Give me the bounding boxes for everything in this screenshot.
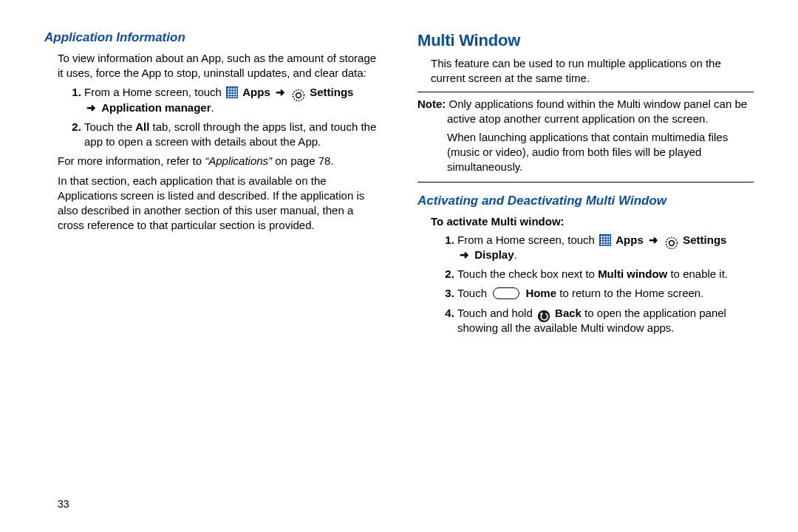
app-info-intro: To view information about an App, such a… xyxy=(44,51,381,81)
app-info-ref: For more information, refer to “Applicat… xyxy=(44,154,381,168)
arrow-icon: ➜ xyxy=(649,233,658,246)
multi-window-heading: Multi Window xyxy=(417,30,754,52)
svg-point-2 xyxy=(666,237,678,248)
home-button-icon xyxy=(493,287,519,299)
multi-window-intro: This feature can be used to run multiple… xyxy=(417,56,754,86)
activate-step-3: Touch Home to return to the Home screen. xyxy=(457,286,754,301)
left-column: Application Information To view informat… xyxy=(44,30,381,340)
arrow-icon: ➜ xyxy=(276,86,285,98)
svg-point-0 xyxy=(293,90,304,101)
settings-icon xyxy=(292,89,305,102)
back-icon xyxy=(537,310,550,323)
arrow-icon: ➜ xyxy=(86,101,96,114)
page-number: 33 xyxy=(58,497,69,511)
activate-steps: From a Home screen, touch Apps ➜ Setting… xyxy=(417,233,754,336)
svg-point-1 xyxy=(296,93,301,98)
app-info-para2: In that section, each application that i… xyxy=(44,174,381,233)
activate-subhead: To activate Multi window: xyxy=(431,214,754,229)
apps-icon xyxy=(226,86,238,98)
activate-step-4: Touch and hold Back to open the applicat… xyxy=(457,306,754,336)
settings-icon xyxy=(665,236,678,250)
app-info-step-1: From a Home screen, touch Apps ➜ Setting… xyxy=(84,85,381,115)
activate-step-1: From a Home screen, touch Apps ➜ Setting… xyxy=(457,233,754,263)
app-info-step-2: Touch the All tab, scroll through the ap… xyxy=(84,120,381,150)
note-text-2: When launching applications that contain… xyxy=(417,130,754,175)
note-label: Note: xyxy=(417,98,446,110)
arrow-icon: ➜ xyxy=(460,248,469,261)
app-info-heading: Application Information xyxy=(44,30,381,47)
note-text-1: Only applications found within the Multi… xyxy=(447,98,747,125)
activating-heading: Activating and Deactivating Multi Window xyxy=(417,193,754,210)
activate-step-2: Touch the check box next to Multi window… xyxy=(457,267,754,282)
note-block: Note: Only applications found within the… xyxy=(417,92,754,183)
right-column: Multi Window This feature can be used to… xyxy=(417,30,754,340)
apps-icon xyxy=(599,234,611,246)
svg-point-3 xyxy=(669,240,675,245)
app-info-steps: From a Home screen, touch Apps ➜ Setting… xyxy=(44,85,381,149)
